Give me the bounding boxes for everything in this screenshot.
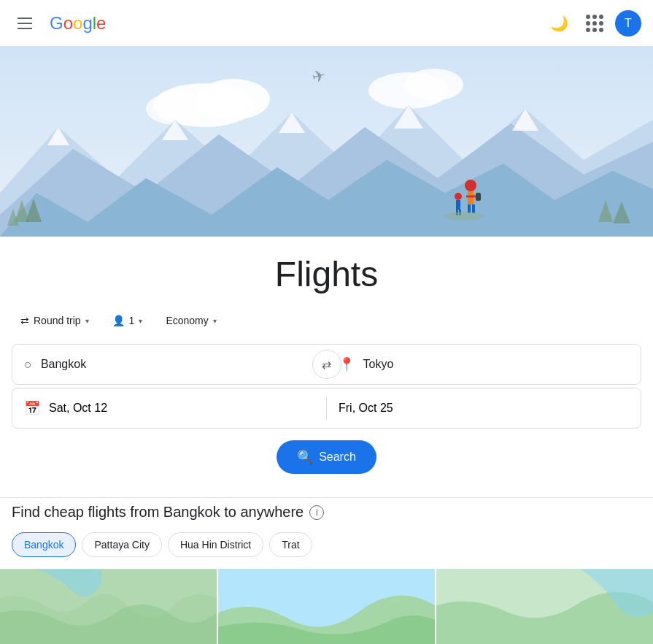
city-chip-bangkok[interactable]: Bangkok: [12, 532, 76, 557]
search-button-label: Search: [319, 451, 356, 464]
svg-rect-27: [456, 200, 460, 210]
search-button[interactable]: 🔍 Search: [277, 440, 376, 474]
depart-date-field[interactable]: 📅 Sat, Oct 12: [12, 388, 326, 428]
map-tile-2: [218, 569, 435, 644]
dark-mode-icon[interactable]: 🌙: [544, 9, 574, 38]
header: Google 🌙 T: [0, 0, 653, 47]
search-button-row: 🔍 Search: [12, 440, 641, 474]
city-chip-huahin[interactable]: Hua Hin District: [168, 532, 263, 557]
search-button-icon: 🔍: [297, 449, 313, 465]
google-logo: Google: [50, 13, 106, 34]
svg-rect-21: [468, 191, 474, 204]
trip-options-bar: ⇄ Round trip ▾ 👤 1 ▾ Economy ▾: [0, 309, 653, 344]
main-content: Flights ⇄ Round trip ▾ 👤 1 ▾ Economy ▾ ○…: [0, 237, 653, 644]
header-left: Google: [12, 12, 106, 35]
cabin-class-label: Economy: [166, 315, 208, 326]
swap-icon: ⇄: [322, 358, 331, 372]
passenger-icon: 👤: [112, 315, 125, 326]
apps-grid-icon[interactable]: [580, 9, 609, 38]
city-chips-container: Bangkok Pattaya City Hua Hin District Tr…: [12, 532, 641, 557]
svg-point-26: [455, 193, 462, 200]
city-chip-trat[interactable]: Trat: [269, 532, 312, 557]
city-chip-pattaya[interactable]: Pattaya City: [82, 532, 161, 557]
passengers-chevron: ▾: [139, 317, 142, 325]
hero-illustration: ✈: [0, 47, 653, 237]
destination-field[interactable]: 📍 Tokyo: [327, 345, 641, 384]
cabin-chevron: ▾: [213, 317, 217, 325]
map-strip: [0, 569, 653, 644]
map-tile-3: [436, 569, 653, 644]
search-section: ○ Bangkok ⇄ 📍 Tokyo 📅 Sat, Oct 12 Fri, O…: [0, 344, 653, 474]
destination-text: Tokyo: [363, 358, 394, 371]
trip-type-button[interactable]: ⇄ Round trip ▾: [12, 309, 98, 332]
cabin-class-button[interactable]: Economy ▾: [157, 309, 225, 332]
origin-icon: ○: [24, 357, 32, 372]
header-right: 🌙 T: [544, 9, 641, 38]
calendar-icon: 📅: [24, 400, 40, 416]
return-date-text: Fri, Oct 25: [339, 402, 393, 415]
hero-svg: ✈: [0, 47, 653, 237]
user-avatar[interactable]: T: [615, 10, 641, 37]
svg-point-2: [197, 79, 270, 120]
return-date-field[interactable]: Fri, Oct 25: [327, 388, 641, 428]
depart-date-text: Sat, Oct 12: [49, 402, 107, 415]
map-tile-1: [0, 569, 217, 644]
origin-text: Bangkok: [41, 358, 86, 371]
separator: [0, 497, 653, 498]
cheap-flights-section: Find cheap flights from Bangkok to anywh…: [0, 504, 653, 557]
info-icon[interactable]: i: [309, 505, 324, 520]
dates-row: 📅 Sat, Oct 12 Fri, Oct 25: [12, 388, 641, 429]
origin-destination-row: ○ Bangkok ⇄ 📍 Tokyo: [12, 344, 641, 385]
page-title: Flights: [0, 237, 653, 309]
passengers-button[interactable]: 👤 1 ▾: [104, 309, 152, 332]
cheap-flights-heading: Find cheap flights from Bangkok to anywh…: [12, 504, 641, 521]
svg-point-20: [465, 180, 476, 191]
svg-point-5: [405, 69, 463, 101]
trip-type-chevron: ▾: [85, 317, 89, 325]
swap-button[interactable]: ⇄: [312, 350, 341, 379]
svg-rect-24: [472, 204, 475, 213]
trip-type-label: Round trip: [34, 315, 81, 326]
cheap-flights-title-text: Find cheap flights from Bangkok to anywh…: [12, 504, 304, 521]
origin-field[interactable]: ○ Bangkok: [12, 345, 327, 384]
hamburger-menu[interactable]: [12, 12, 38, 35]
round-trip-icon: ⇄: [20, 315, 29, 326]
svg-point-30: [446, 212, 482, 221]
svg-rect-25: [476, 193, 481, 201]
passengers-label: 1: [129, 315, 135, 326]
